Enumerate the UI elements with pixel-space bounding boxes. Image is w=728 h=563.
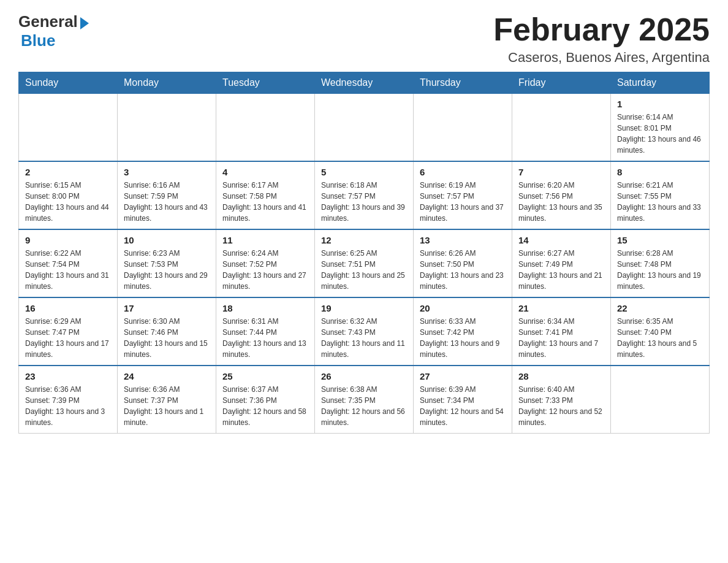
day-number: 9 bbox=[25, 235, 111, 245]
day-number: 17 bbox=[124, 303, 210, 313]
day-number: 1 bbox=[617, 99, 703, 109]
day-info: Sunrise: 6:32 AM Sunset: 7:43 PM Dayligh… bbox=[321, 316, 407, 360]
day-info: Sunrise: 6:39 AM Sunset: 7:34 PM Dayligh… bbox=[420, 384, 506, 428]
calendar-day-cell bbox=[512, 94, 611, 162]
day-number: 16 bbox=[25, 303, 111, 313]
day-info: Sunrise: 6:40 AM Sunset: 7:33 PM Dayligh… bbox=[518, 384, 604, 428]
calendar-week-row: 9Sunrise: 6:22 AM Sunset: 7:54 PM Daylig… bbox=[19, 229, 710, 297]
day-info: Sunrise: 6:17 AM Sunset: 7:58 PM Dayligh… bbox=[222, 180, 308, 224]
calendar-day-cell: 24Sunrise: 6:36 AM Sunset: 7:37 PM Dayli… bbox=[118, 366, 216, 434]
day-number: 24 bbox=[124, 371, 210, 381]
calendar-day-cell bbox=[19, 94, 118, 162]
calendar-table: SundayMondayTuesdayWednesdayThursdayFrid… bbox=[18, 72, 710, 434]
logo-blue-text: Blue bbox=[21, 31, 55, 50]
logo: General Blue bbox=[18, 12, 89, 50]
calendar-day-cell: 9Sunrise: 6:22 AM Sunset: 7:54 PM Daylig… bbox=[19, 229, 118, 297]
day-info: Sunrise: 6:33 AM Sunset: 7:42 PM Dayligh… bbox=[420, 316, 506, 360]
calendar-day-cell: 17Sunrise: 6:30 AM Sunset: 7:46 PM Dayli… bbox=[118, 297, 216, 366]
day-info: Sunrise: 6:28 AM Sunset: 7:48 PM Dayligh… bbox=[617, 248, 703, 292]
title-section: February 2025 Caseros, Buenos Aires, Arg… bbox=[493, 12, 710, 66]
day-info: Sunrise: 6:19 AM Sunset: 7:57 PM Dayligh… bbox=[420, 180, 506, 224]
calendar-day-cell: 15Sunrise: 6:28 AM Sunset: 7:48 PM Dayli… bbox=[611, 229, 710, 297]
calendar-day-cell bbox=[216, 94, 315, 162]
day-number: 15 bbox=[617, 235, 703, 245]
calendar-day-cell: 26Sunrise: 6:38 AM Sunset: 7:35 PM Dayli… bbox=[315, 366, 414, 434]
calendar-header-wednesday: Wednesday bbox=[315, 72, 414, 94]
day-info: Sunrise: 6:34 AM Sunset: 7:41 PM Dayligh… bbox=[518, 316, 604, 360]
calendar-day-cell: 28Sunrise: 6:40 AM Sunset: 7:33 PM Dayli… bbox=[512, 366, 611, 434]
day-info: Sunrise: 6:26 AM Sunset: 7:50 PM Dayligh… bbox=[420, 248, 506, 292]
day-number: 10 bbox=[124, 235, 210, 245]
logo-general-text: General bbox=[18, 12, 78, 31]
day-number: 25 bbox=[222, 371, 308, 381]
calendar-day-cell: 12Sunrise: 6:25 AM Sunset: 7:51 PM Dayli… bbox=[315, 229, 414, 297]
day-number: 23 bbox=[25, 371, 111, 381]
day-info: Sunrise: 6:27 AM Sunset: 7:49 PM Dayligh… bbox=[518, 248, 604, 292]
day-info: Sunrise: 6:36 AM Sunset: 7:39 PM Dayligh… bbox=[25, 384, 111, 428]
day-number: 28 bbox=[518, 371, 604, 381]
day-number: 19 bbox=[321, 303, 407, 313]
calendar-day-cell bbox=[315, 94, 414, 162]
calendar-day-cell: 14Sunrise: 6:27 AM Sunset: 7:49 PM Dayli… bbox=[512, 229, 611, 297]
day-info: Sunrise: 6:18 AM Sunset: 7:57 PM Dayligh… bbox=[321, 180, 407, 224]
day-info: Sunrise: 6:37 AM Sunset: 7:36 PM Dayligh… bbox=[222, 384, 308, 428]
calendar-header-saturday: Saturday bbox=[611, 72, 710, 94]
calendar-header-thursday: Thursday bbox=[414, 72, 512, 94]
day-number: 26 bbox=[321, 371, 407, 381]
day-number: 6 bbox=[420, 167, 506, 177]
day-info: Sunrise: 6:36 AM Sunset: 7:37 PM Dayligh… bbox=[124, 384, 210, 428]
day-info: Sunrise: 6:22 AM Sunset: 7:54 PM Dayligh… bbox=[25, 248, 111, 292]
day-info: Sunrise: 6:20 AM Sunset: 7:56 PM Dayligh… bbox=[518, 180, 604, 224]
day-info: Sunrise: 6:38 AM Sunset: 7:35 PM Dayligh… bbox=[321, 384, 407, 428]
calendar-day-cell: 2Sunrise: 6:15 AM Sunset: 8:00 PM Daylig… bbox=[19, 161, 118, 229]
calendar-day-cell: 25Sunrise: 6:37 AM Sunset: 7:36 PM Dayli… bbox=[216, 366, 315, 434]
day-number: 18 bbox=[222, 303, 308, 313]
calendar-week-row: 23Sunrise: 6:36 AM Sunset: 7:39 PM Dayli… bbox=[19, 366, 710, 434]
calendar-header-row: SundayMondayTuesdayWednesdayThursdayFrid… bbox=[19, 72, 710, 94]
calendar-header-sunday: Sunday bbox=[19, 72, 118, 94]
day-number: 21 bbox=[518, 303, 604, 313]
day-info: Sunrise: 6:35 AM Sunset: 7:40 PM Dayligh… bbox=[617, 316, 703, 360]
day-number: 20 bbox=[420, 303, 506, 313]
calendar-day-cell: 18Sunrise: 6:31 AM Sunset: 7:44 PM Dayli… bbox=[216, 297, 315, 366]
calendar-week-row: 1Sunrise: 6:14 AM Sunset: 8:01 PM Daylig… bbox=[19, 94, 710, 162]
calendar-day-cell: 8Sunrise: 6:21 AM Sunset: 7:55 PM Daylig… bbox=[611, 161, 710, 229]
calendar-day-cell: 20Sunrise: 6:33 AM Sunset: 7:42 PM Dayli… bbox=[414, 297, 512, 366]
day-number: 13 bbox=[420, 235, 506, 245]
calendar-day-cell: 23Sunrise: 6:36 AM Sunset: 7:39 PM Dayli… bbox=[19, 366, 118, 434]
page-header: General Blue February 2025 Caseros, Buen… bbox=[18, 12, 710, 66]
day-info: Sunrise: 6:15 AM Sunset: 8:00 PM Dayligh… bbox=[25, 180, 111, 224]
day-info: Sunrise: 6:31 AM Sunset: 7:44 PM Dayligh… bbox=[222, 316, 308, 360]
day-info: Sunrise: 6:24 AM Sunset: 7:52 PM Dayligh… bbox=[222, 248, 308, 292]
calendar-day-cell: 13Sunrise: 6:26 AM Sunset: 7:50 PM Dayli… bbox=[414, 229, 512, 297]
day-info: Sunrise: 6:14 AM Sunset: 8:01 PM Dayligh… bbox=[617, 112, 703, 156]
calendar-week-row: 16Sunrise: 6:29 AM Sunset: 7:47 PM Dayli… bbox=[19, 297, 710, 366]
day-info: Sunrise: 6:16 AM Sunset: 7:59 PM Dayligh… bbox=[124, 180, 210, 224]
calendar-day-cell: 22Sunrise: 6:35 AM Sunset: 7:40 PM Dayli… bbox=[611, 297, 710, 366]
calendar-day-cell: 1Sunrise: 6:14 AM Sunset: 8:01 PM Daylig… bbox=[611, 94, 710, 162]
calendar-day-cell: 6Sunrise: 6:19 AM Sunset: 7:57 PM Daylig… bbox=[414, 161, 512, 229]
day-number: 11 bbox=[222, 235, 308, 245]
calendar-day-cell: 7Sunrise: 6:20 AM Sunset: 7:56 PM Daylig… bbox=[512, 161, 611, 229]
day-info: Sunrise: 6:25 AM Sunset: 7:51 PM Dayligh… bbox=[321, 248, 407, 292]
day-number: 22 bbox=[617, 303, 703, 313]
location-title: Caseros, Buenos Aires, Argentina bbox=[493, 50, 710, 66]
day-number: 4 bbox=[222, 167, 308, 177]
calendar-header-monday: Monday bbox=[118, 72, 216, 94]
calendar-day-cell: 3Sunrise: 6:16 AM Sunset: 7:59 PM Daylig… bbox=[118, 161, 216, 229]
calendar-day-cell: 19Sunrise: 6:32 AM Sunset: 7:43 PM Dayli… bbox=[315, 297, 414, 366]
calendar-day-cell: 27Sunrise: 6:39 AM Sunset: 7:34 PM Dayli… bbox=[414, 366, 512, 434]
day-number: 3 bbox=[124, 167, 210, 177]
day-number: 2 bbox=[25, 167, 111, 177]
day-info: Sunrise: 6:30 AM Sunset: 7:46 PM Dayligh… bbox=[124, 316, 210, 360]
day-number: 12 bbox=[321, 235, 407, 245]
calendar-day-cell bbox=[414, 94, 512, 162]
calendar-week-row: 2Sunrise: 6:15 AM Sunset: 8:00 PM Daylig… bbox=[19, 161, 710, 229]
day-info: Sunrise: 6:29 AM Sunset: 7:47 PM Dayligh… bbox=[25, 316, 111, 360]
day-number: 8 bbox=[617, 167, 703, 177]
calendar-day-cell: 4Sunrise: 6:17 AM Sunset: 7:58 PM Daylig… bbox=[216, 161, 315, 229]
calendar-day-cell bbox=[118, 94, 216, 162]
day-info: Sunrise: 6:23 AM Sunset: 7:53 PM Dayligh… bbox=[124, 248, 210, 292]
day-number: 7 bbox=[518, 167, 604, 177]
calendar-day-cell: 10Sunrise: 6:23 AM Sunset: 7:53 PM Dayli… bbox=[118, 229, 216, 297]
